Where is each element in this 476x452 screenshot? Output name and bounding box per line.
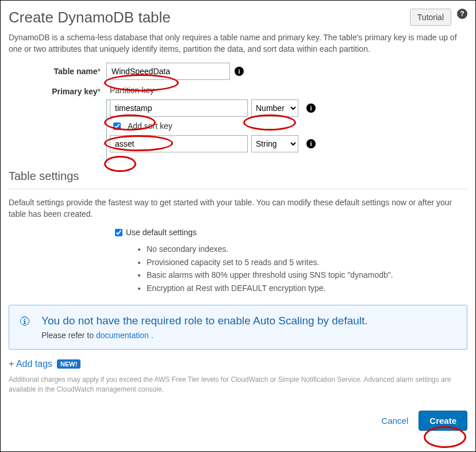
use-default-settings-checkbox[interactable] <box>115 229 122 236</box>
partition-key-type-select[interactable]: Number <box>251 99 298 117</box>
partition-key-sublabel: Partition key <box>106 86 316 99</box>
alert-body-suffix: . <box>149 331 153 340</box>
alert-body-prefix: Please refer to <box>41 331 96 340</box>
add-sort-key-label: Add sort key <box>128 121 172 131</box>
list-item: Basic alarms with 80% upper threshold us… <box>147 269 467 281</box>
default-settings-list: No secondary indexes. Provisioned capaci… <box>135 243 467 294</box>
info-icon[interactable]: i <box>306 139 316 148</box>
cancel-link[interactable]: Cancel <box>382 416 409 426</box>
footnote: Additional charges may apply if you exce… <box>9 375 467 394</box>
page-description: DynamoDB is a schema-less database that … <box>9 32 467 55</box>
table-name-input[interactable] <box>106 63 230 80</box>
alert-box: 🛈 You do not have the required role to e… <box>9 305 467 350</box>
add-tags-link[interactable]: + Add tags <box>9 359 52 369</box>
help-icon[interactable]: ? <box>457 9 467 19</box>
divider <box>9 189 467 189</box>
use-default-settings-label: Use default settings <box>126 228 197 237</box>
settings-description: Default settings provide the fastest way… <box>9 197 467 220</box>
new-badge: NEW! <box>57 359 80 369</box>
sort-key-type-select[interactable]: String <box>251 135 298 152</box>
info-icon[interactable]: i <box>235 67 244 76</box>
list-item: Encryption at Rest with DEFAULT encrypti… <box>147 282 467 294</box>
info-icon[interactable]: i <box>306 104 316 113</box>
alert-title: You do not have the required role to ena… <box>41 315 368 327</box>
tutorial-button[interactable]: Tutorial <box>410 9 451 26</box>
list-item: Provisioned capacity set to 5 reads and … <box>147 256 467 269</box>
sort-key-input[interactable] <box>110 135 248 152</box>
documentation-link[interactable]: documentation <box>96 331 149 340</box>
list-item: No secondary indexes. <box>147 243 467 255</box>
primary-key-label: Primary key <box>52 87 97 96</box>
info-icon: 🛈 <box>20 315 30 340</box>
table-settings-heading: Table settings <box>9 170 467 183</box>
create-button[interactable]: Create <box>419 411 467 431</box>
partition-key-input[interactable] <box>110 99 248 117</box>
page-title: Create DynamoDB table <box>9 9 410 26</box>
add-sort-key-checkbox[interactable] <box>113 122 121 130</box>
table-name-label: Table name <box>54 67 98 76</box>
